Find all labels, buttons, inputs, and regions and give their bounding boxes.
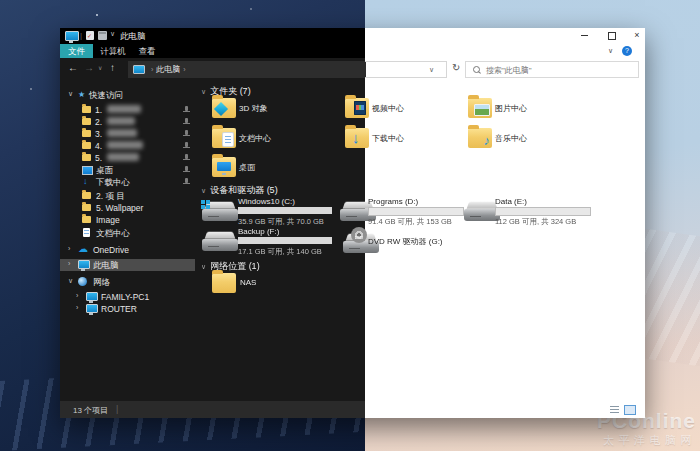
sidebar-item-image[interactable]: Image bbox=[60, 214, 195, 226]
redacted-text bbox=[107, 129, 137, 137]
sidebar-item-documents[interactable]: 文档中心 bbox=[60, 227, 195, 239]
download-icon: ↓ bbox=[352, 129, 360, 146]
pc-monitor-icon bbox=[86, 304, 98, 313]
quick-access-customize-chevron-icon[interactable]: ∨ bbox=[110, 30, 115, 38]
folder-icon bbox=[345, 98, 369, 118]
folder-icon bbox=[82, 154, 91, 161]
folder-icon bbox=[212, 273, 236, 293]
title-bar: | ∨ 此电脑 × bbox=[60, 28, 645, 44]
ribbon-collapse-chevron-icon[interactable]: ∨ bbox=[608, 47, 613, 55]
chevron-down-icon[interactable]: ∨ bbox=[68, 90, 73, 98]
sidebar-item-pinned-2[interactable]: 2. bbox=[60, 116, 195, 128]
thumbnails-view-icon[interactable] bbox=[624, 405, 636, 415]
sidebar-item-downloads[interactable]: ↓ 下载中心 bbox=[60, 176, 195, 188]
chevron-right-icon[interactable]: › bbox=[76, 292, 78, 299]
maximize-button[interactable] bbox=[601, 29, 623, 42]
folder-icon bbox=[212, 128, 236, 148]
sidebar-item-project[interactable]: 2. 项 目 bbox=[60, 190, 195, 202]
folder-icon: ↓ bbox=[345, 128, 369, 148]
section-header-drives[interactable]: ∨设备和驱动器 (5) bbox=[201, 184, 278, 197]
chevron-right-icon[interactable]: › bbox=[68, 260, 70, 267]
folder-icon bbox=[82, 216, 91, 223]
pin-icon bbox=[182, 166, 190, 174]
tab-view[interactable]: 查看 bbox=[136, 44, 158, 58]
breadcrumb-pc-icon bbox=[133, 65, 145, 74]
sidebar-item-pinned-1[interactable]: 1. bbox=[60, 104, 195, 116]
titlebar-divider: | bbox=[80, 31, 82, 40]
this-pc-icon bbox=[65, 31, 79, 41]
3d-cube-icon bbox=[214, 102, 228, 116]
sidebar-item-pinned-3[interactable]: 3. bbox=[60, 128, 195, 140]
dvd-disc-icon: DVD bbox=[351, 227, 367, 243]
sidebar-item-router[interactable]: › ROUTER bbox=[60, 303, 195, 315]
sidebar-item-wallpaper[interactable]: 5. Wallpaper bbox=[60, 202, 195, 214]
capacity-bar bbox=[495, 207, 591, 216]
folder-icon bbox=[82, 118, 91, 125]
refresh-icon[interactable]: ↻ bbox=[452, 62, 460, 73]
download-icon: ↓ bbox=[83, 176, 88, 186]
up-button[interactable]: ↑ bbox=[110, 62, 115, 73]
section-header-folders[interactable]: ∨文件夹 (7) bbox=[201, 85, 251, 98]
picture-icon bbox=[474, 104, 490, 116]
chevron-right-icon[interactable]: › bbox=[76, 304, 78, 311]
breadcrumb[interactable]: ›此电脑› bbox=[148, 64, 189, 75]
folder-icon bbox=[212, 157, 236, 177]
close-button[interactable]: × bbox=[626, 29, 648, 42]
section-header-network[interactable]: ∨网络位置 (1) bbox=[201, 260, 260, 273]
capacity-bar bbox=[368, 207, 464, 216]
help-icon[interactable]: ? bbox=[622, 46, 632, 56]
capacity-bar bbox=[238, 207, 332, 214]
content-pane: ∨文件夹 (7) 3D 对象 视频中心 图片中心 文档中心 ↓ 下载中心 bbox=[195, 80, 645, 401]
window-title: 此电脑 bbox=[120, 31, 146, 43]
pin-icon bbox=[182, 118, 190, 126]
pin-icon bbox=[182, 178, 190, 186]
desktop-icon bbox=[82, 166, 93, 175]
item-count: 13 个项目 bbox=[73, 405, 108, 416]
window-body: ∨ ★ 快速访问 1. 2. 3. bbox=[60, 80, 645, 401]
tab-file[interactable]: 文件 bbox=[60, 44, 93, 58]
folder-icon bbox=[212, 98, 236, 118]
pc-monitor-icon bbox=[86, 292, 98, 301]
forward-button[interactable]: → bbox=[84, 62, 94, 73]
sidebar-item-family-pc1[interactable]: › FAMILY-PC1 bbox=[60, 291, 195, 303]
status-bar: 13 个项目 | bbox=[60, 401, 645, 418]
navigation-pane: ∨ ★ 快速访问 1. 2. 3. bbox=[60, 80, 195, 401]
explorer-window: | ∨ 此电脑 × 文件 计算机 查看 ∨ ? ← → ∨ ↑ ›此电脑› ∨ … bbox=[60, 28, 645, 418]
sidebar-item-quick-access[interactable]: ∨ ★ 快速访问 bbox=[60, 89, 195, 101]
quick-access-properties-icon[interactable] bbox=[86, 31, 94, 40]
video-icon bbox=[354, 101, 366, 115]
details-view-icon[interactable] bbox=[610, 406, 619, 413]
network-globe-icon bbox=[78, 277, 87, 286]
breadcrumb-root[interactable]: 此电脑 bbox=[156, 65, 180, 74]
pin-icon bbox=[182, 154, 190, 162]
folder-icon bbox=[82, 142, 91, 149]
redacted-text bbox=[107, 105, 141, 113]
chevron-right-icon[interactable]: › bbox=[68, 245, 70, 252]
sidebar-item-this-pc[interactable]: › 此电脑 bbox=[60, 259, 195, 271]
recent-locations-chevron-icon[interactable]: ∨ bbox=[98, 64, 102, 71]
sidebar-item-desktop[interactable]: 桌面 bbox=[60, 164, 195, 176]
capacity-bar bbox=[238, 237, 332, 244]
minimize-button[interactable] bbox=[573, 29, 595, 42]
windows-logo-icon bbox=[201, 200, 210, 209]
onedrive-cloud-icon: ☁ bbox=[78, 243, 88, 254]
chevron-down-icon[interactable]: ∨ bbox=[68, 277, 73, 285]
hard-drive-icon bbox=[201, 200, 239, 221]
tab-computer[interactable]: 计算机 bbox=[97, 44, 129, 58]
breadcrumb-separator: › bbox=[180, 66, 188, 73]
sidebar-item-pinned-5[interactable]: 5. bbox=[60, 152, 195, 164]
sidebar-item-onedrive[interactable]: › ☁ OneDrive bbox=[60, 244, 195, 256]
chevron-down-icon: ∨ bbox=[201, 263, 206, 270]
search-input[interactable]: 搜索"此电脑" bbox=[465, 61, 639, 78]
sidebar-item-pinned-4[interactable]: 4. bbox=[60, 140, 195, 152]
ribbon-tabs: 文件 计算机 查看 ∨ ? bbox=[60, 44, 645, 58]
address-bar[interactable]: ›此电脑› ∨ bbox=[128, 61, 447, 78]
folder-icon bbox=[82, 130, 91, 137]
address-dropdown-chevron-icon[interactable]: ∨ bbox=[429, 66, 434, 74]
stars-decoration bbox=[0, 0, 2, 2]
quick-access-newfolder-icon[interactable] bbox=[98, 31, 107, 40]
sidebar-item-network[interactable]: ∨ 网络 bbox=[60, 276, 195, 288]
folder-icon bbox=[82, 204, 91, 211]
back-button[interactable]: ← bbox=[68, 62, 78, 73]
search-icon bbox=[473, 66, 480, 73]
